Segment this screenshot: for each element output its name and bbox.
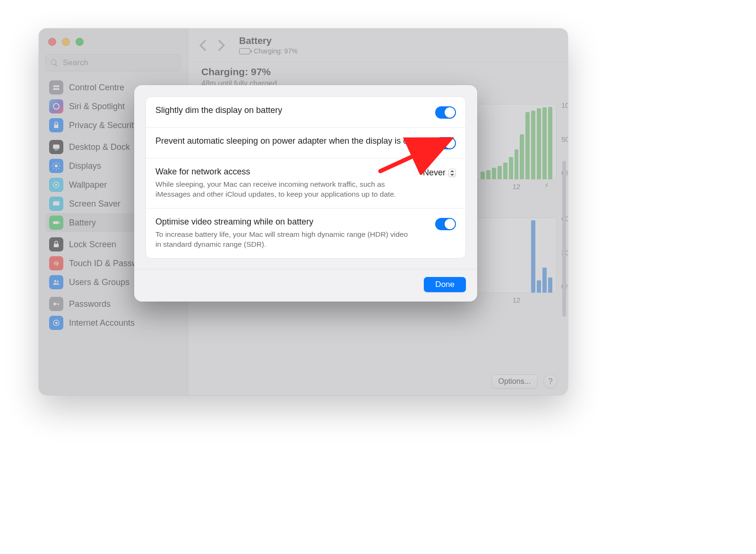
settings-card: Slightly dim the display on batteryPreve… (146, 96, 466, 259)
done-button[interactable]: Done (424, 277, 466, 292)
popup-value: Never (423, 168, 446, 178)
setting-label: Wake for network access (155, 167, 413, 177)
setting-label: Prevent automatic sleeping on power adap… (155, 136, 426, 146)
setting-label: Slightly dim the display on battery (155, 105, 426, 115)
setting-row: Prevent automatic sleeping on power adap… (146, 128, 465, 158)
toggle-switch[interactable] (435, 137, 456, 149)
chevron-up-down-icon (448, 169, 456, 177)
toggle-switch[interactable] (435, 106, 456, 119)
setting-description: To increase battery life, your Mac will … (155, 230, 411, 250)
popup-button[interactable]: Never (423, 168, 456, 178)
setting-row: Optimise video streaming while on batter… (146, 208, 465, 258)
battery-options-sheet: Slightly dim the display on batteryPreve… (134, 85, 477, 302)
setting-description: While sleeping, your Mac can receive inc… (155, 180, 411, 199)
toggle-switch[interactable] (435, 218, 456, 230)
setting-row: Slightly dim the display on battery (146, 97, 465, 128)
setting-label: Optimise video streaming while on batter… (155, 217, 426, 227)
modal-footer: Done (134, 269, 477, 302)
setting-row: Wake for network accessWhile sleeping, y… (146, 158, 465, 208)
